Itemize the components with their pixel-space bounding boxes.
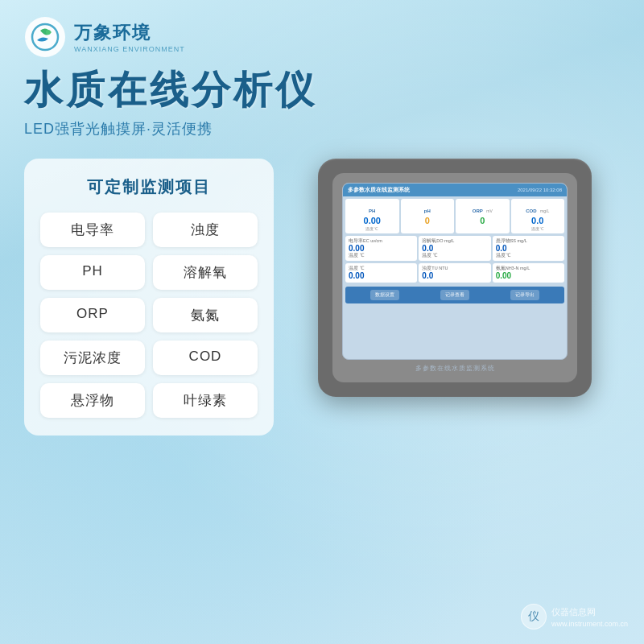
panel-title: 可定制监测项目 <box>40 176 258 198</box>
watermark-text: 仪器信息网www.instrument.com.cn <box>551 606 628 628</box>
screen-params-row1: PH 0.00 温度 ℃ pH 0 ORP mV 0 <box>343 196 567 236</box>
device-inner: 多参数水质在线监测系统 2021/09/22 10:32:08 PH 0.00 … <box>332 173 577 382</box>
screen-title: 多参数水质在线监测系统 <box>348 186 410 194</box>
param-ph: PH 0.00 温度 ℃ <box>345 199 399 233</box>
brand-name-cn: 万象环境 <box>74 21 185 45</box>
right-panel: 多参数水质在线监测系统 2021/09/22 10:32:08 PH 0.00 … <box>290 159 620 397</box>
monitoring-item: 氨氮 <box>153 298 258 332</box>
watermark-icon: 仪 <box>521 604 547 630</box>
monitoring-item: PH <box>40 255 145 290</box>
main-title: 水质在线分析仪 <box>24 64 620 116</box>
brand-name-en: WANXIANG ENVIRONMENT <box>74 45 185 53</box>
screen-btn-export[interactable]: 记录导出 <box>510 290 539 300</box>
param-turbidity: 浊度TU NTU 0.0 <box>419 263 490 283</box>
logo-text: 万象环境 WANXIANG ENVIRONMENT <box>74 21 185 53</box>
screen-btn-records[interactable]: 记录查看 <box>440 290 469 300</box>
param-temp: 温度 ℃ 0.00 <box>345 263 417 283</box>
device-label: 多参数在线水质监测系统 <box>342 364 568 373</box>
main-content: 可定制监测项目 电导率浊度PH溶解氧ORP氨氮污泥浓度COD悬浮物叶绿素 多参数… <box>24 159 620 436</box>
param-ec: 电导率EC uv/cm 0.00 温度 ℃ <box>345 236 417 261</box>
screen-buttons: 数据设置 记录查看 记录导出 <box>345 287 564 303</box>
param-do: 溶解氧DO mg/L 0.0 温度 ℃ <box>419 236 490 261</box>
screen-btn-settings[interactable]: 数据设置 <box>370 290 399 300</box>
monitoring-item: 浊度 <box>153 213 258 247</box>
screen-header: 多参数水质在线监测系统 2021/09/22 10:32:08 <box>343 184 567 196</box>
param-orp: ORP mV 0 <box>456 199 510 233</box>
monitoring-item: 污泥浓度 <box>40 341 145 375</box>
logo-icon <box>24 16 66 58</box>
watermark: 仪 仪器信息网www.instrument.com.cn <box>521 604 628 630</box>
monitoring-item: COD <box>153 341 258 375</box>
svg-point-0 <box>25 17 65 57</box>
header: 万象环境 WANXIANG ENVIRONMENT <box>24 16 620 58</box>
device-screen: 多参数水质在线监测系统 2021/09/22 10:32:08 PH 0.00 … <box>342 183 568 360</box>
monitoring-item: 悬浮物 <box>40 383 145 418</box>
screen-datetime: 2021/09/22 10:32:08 <box>518 188 562 192</box>
screen-params-row2: 电导率EC uv/cm 0.00 温度 ℃ 溶解氧DO mg/L 0.0 温度 … <box>343 236 567 261</box>
monitoring-item: 电导率 <box>40 213 145 247</box>
screen-params-row3: 温度 ℃ 0.00 浊度TU NTU 0.0 氨氮NH3-N mg/L 0.00 <box>343 261 567 285</box>
sub-title: LED强背光触摸屏·灵活便携 <box>24 119 620 138</box>
device-outer: 多参数水质在线监测系统 2021/09/22 10:32:08 PH 0.00 … <box>318 159 592 397</box>
param-ph2: pH 0 <box>401 199 455 233</box>
param-nh3: 氨氮NH3-N mg/L 0.00 <box>493 263 564 283</box>
param-cod: COD mg/L 0.0 温度 ℃ <box>511 199 565 233</box>
svg-point-2 <box>46 30 51 35</box>
param-ss: 悬浮物SS mg/L 0.0 温度 ℃ <box>493 236 564 261</box>
monitoring-items-grid: 电导率浊度PH溶解氧ORP氨氮污泥浓度COD悬浮物叶绿素 <box>40 213 258 418</box>
left-panel: 可定制监测项目 电导率浊度PH溶解氧ORP氨氮污泥浓度COD悬浮物叶绿素 <box>24 159 274 436</box>
monitoring-item: 叶绿素 <box>153 383 258 418</box>
monitoring-item: ORP <box>40 298 145 332</box>
monitoring-item: 溶解氧 <box>153 255 258 290</box>
